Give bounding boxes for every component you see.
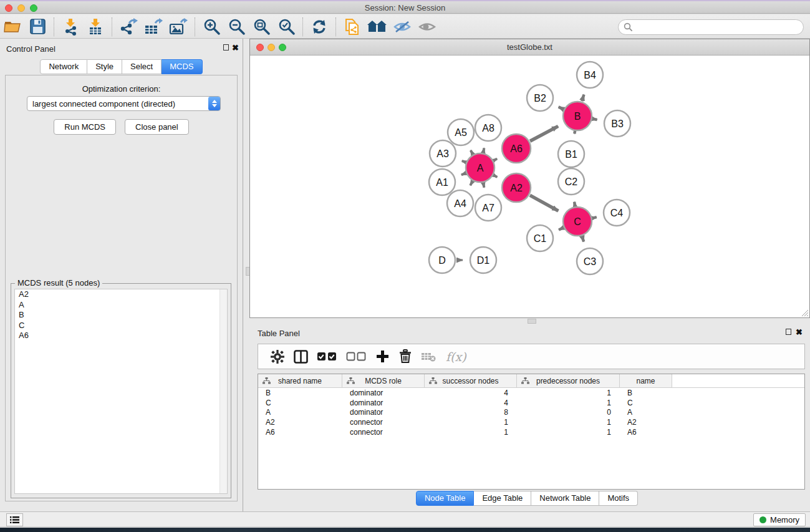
table-cell: 4 (425, 389, 517, 397)
tab-style[interactable]: Style (87, 59, 122, 74)
edge-C-C2[interactable] (574, 202, 575, 206)
tab-node-table[interactable]: Node Table (416, 491, 475, 506)
edge-A-A8[interactable] (483, 148, 484, 152)
edge-A-A3[interactable] (462, 161, 466, 162)
home-icon[interactable] (365, 16, 390, 37)
list-icon (10, 516, 19, 524)
float-panel-icon[interactable] (223, 44, 229, 51)
add-column-icon[interactable] (374, 348, 390, 365)
edge-A-A4[interactable] (470, 181, 473, 185)
delete-column-icon[interactable] (397, 348, 413, 365)
memory-button[interactable]: Memory (753, 513, 806, 526)
node-label-A6: A6 (510, 143, 523, 154)
import-table-icon[interactable] (83, 16, 108, 37)
list-item[interactable]: A2 (15, 289, 227, 300)
list-item[interactable]: C (15, 321, 227, 331)
table-panel: Table Panel ✖ f(x) shared nameMCDS roles… (244, 324, 810, 508)
table-cell: 1 (517, 428, 620, 437)
table-row[interactable]: Bdominator41B (258, 388, 804, 398)
select-all-icon[interactable] (316, 348, 338, 365)
column-header-MCDS-role[interactable]: MCDS role (342, 374, 425, 387)
tab-network[interactable]: Network (40, 59, 87, 74)
run-mcds-button[interactable]: Run MCDS (54, 119, 116, 135)
network-window-titlebar[interactable]: testGlobe.txt (250, 39, 809, 56)
task-history-button[interactable] (6, 513, 23, 526)
edge-B-B4[interactable] (582, 95, 584, 101)
table-row[interactable]: Cdominator41C (258, 398, 804, 408)
export-image-icon[interactable] (166, 16, 191, 37)
tab-network-table[interactable]: Network Table (531, 491, 599, 506)
app-titlebar: Session: New Session (0, 0, 810, 14)
tab-motifs[interactable]: Motifs (599, 491, 638, 506)
hide-selected-icon[interactable] (390, 16, 415, 37)
edge-B-B2[interactable] (559, 107, 564, 109)
delete-table-icon (420, 348, 436, 365)
edge-B-B1[interactable] (574, 132, 575, 134)
result-list-scrollbar[interactable] (219, 289, 227, 493)
search-input[interactable] (633, 22, 803, 32)
control-panel-tabs: NetworkStyleSelectMCDS (0, 59, 243, 74)
import-network-icon[interactable] (58, 16, 83, 37)
column-header-name[interactable]: name (620, 374, 672, 387)
edge-A-A2[interactable] (494, 175, 497, 177)
network-canvas[interactable]: B4B2BB3A8A5A6A3B1AA1C2A2A4A7C4CC1C3DD1 (250, 56, 809, 317)
tab-edge-table[interactable]: Edge Table (474, 491, 531, 506)
table-cell: A6 (620, 428, 672, 437)
search-box[interactable] (618, 19, 804, 35)
list-item[interactable]: A6 (15, 331, 227, 341)
column-header-successor-nodes[interactable]: successor nodes (425, 374, 517, 387)
edge-A6-B[interactable] (530, 126, 558, 141)
memory-label: Memory (770, 515, 799, 525)
split-columns-icon[interactable] (292, 348, 309, 365)
close-panel-icon[interactable]: ✖ (232, 43, 239, 52)
clone-network-icon[interactable] (340, 16, 365, 37)
zoom-fit-icon[interactable] (249, 16, 274, 37)
zoom-out-icon[interactable] (224, 16, 249, 37)
edge-A-A6[interactable] (494, 158, 497, 160)
edge-C-C1[interactable] (559, 228, 563, 230)
float-table-panel-icon[interactable] (786, 329, 791, 335)
horizontal-splitter-grip[interactable] (528, 319, 536, 324)
open-session-icon[interactable] (0, 16, 25, 37)
tab-mcds[interactable]: MCDS (162, 59, 202, 74)
save-session-icon[interactable] (25, 16, 50, 37)
window-resize-grip[interactable] (801, 309, 809, 317)
toolbar-separator (335, 17, 336, 36)
table-cell: dominator (342, 408, 425, 417)
table-row[interactable]: A6connector11A6 (258, 427, 804, 437)
node-label-B3: B3 (611, 118, 624, 129)
close-table-panel-icon[interactable]: ✖ (796, 327, 803, 337)
table-header-row: shared nameMCDS rolesuccessor nodesprede… (258, 374, 804, 388)
column-header-shared-name[interactable]: shared name (258, 374, 342, 387)
list-item[interactable]: B (15, 310, 227, 321)
edge-A-A1[interactable] (461, 173, 466, 175)
edge-A2-C[interactable] (530, 195, 558, 211)
node-table[interactable]: shared nameMCDS rolesuccessor nodesprede… (258, 374, 805, 490)
table-cell: connector (342, 428, 425, 437)
criterion-select[interactable]: largest connected component (directed) (27, 96, 221, 111)
zoom-in-icon[interactable] (199, 16, 224, 37)
show-all-icon[interactable] (415, 16, 440, 37)
export-network-icon[interactable] (116, 16, 141, 37)
table-row[interactable]: Adominator80A (258, 408, 804, 418)
hierarchy-icon (347, 377, 355, 384)
list-item[interactable]: A (15, 300, 227, 311)
table-row[interactable]: A2connector11A2 (258, 417, 804, 427)
edge-B-B3[interactable] (593, 119, 597, 120)
column-header-predecessor-nodes[interactable]: predecessor nodes (517, 374, 620, 387)
mcds-result-list[interactable]: A2ABCA6 (14, 289, 228, 494)
edge-C-C3[interactable] (582, 236, 584, 242)
table-cell: 4 (425, 399, 517, 407)
edge-C-C4[interactable] (592, 217, 596, 218)
edge-A-A5[interactable] (471, 150, 473, 154)
table-settings-icon[interactable] (269, 348, 286, 365)
table-cell: B (620, 389, 672, 397)
close-panel-button[interactable]: Close panel (125, 119, 189, 135)
refresh-icon[interactable] (307, 16, 332, 37)
zoom-selected-icon[interactable] (274, 16, 299, 37)
edge-A-A7[interactable] (483, 183, 484, 187)
export-table-icon[interactable] (141, 16, 166, 37)
tab-select[interactable]: Select (122, 59, 162, 74)
search-icon (624, 22, 633, 32)
deselect-all-icon[interactable] (345, 348, 367, 365)
